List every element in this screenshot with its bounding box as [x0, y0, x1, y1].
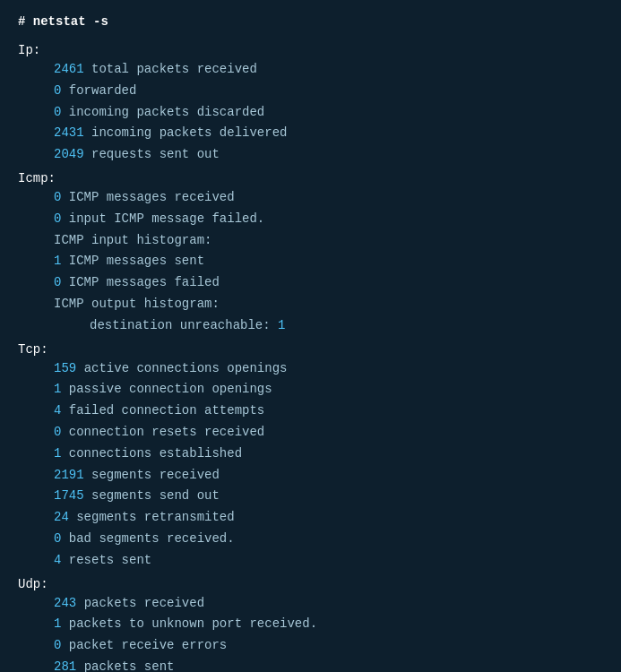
tcp-section-header: Tcp: [18, 342, 603, 357]
command-line: # netstat -s [18, 14, 603, 29]
tcp-stat-9: 0 bad segments received. [18, 529, 603, 550]
icmp-stat-4: 0 ICMP messages failed [18, 272, 603, 294]
icmp-section-header: Icmp: [18, 171, 603, 185]
ip-stat-1-num: 2461 [54, 62, 84, 76]
ip-stat-3-num: 0 [54, 105, 61, 119]
ip-stat-2-num: 0 [54, 83, 61, 98]
ip-stat-3: 0 incoming packets discarded [18, 102, 603, 124]
terminal-output: # netstat -s Ip: 2461 total packets rece… [18, 14, 603, 672]
tcp-stat-10: 4 resets sent [18, 550, 603, 572]
tcp-stat-3: 4 failed connection attempts [18, 401, 603, 422]
ip-stat-2-text: forwarded [69, 83, 137, 98]
udp-stat-2: 1 packets to unknown port received. [18, 614, 603, 635]
icmp-stat-2-text: input ICMP message failed. [69, 211, 264, 226]
udp-stat-3: 0 packet receive errors [18, 635, 603, 657]
tcp-stat-6: 2191 segments received [18, 465, 603, 487]
icmp-output-histogram-header: ICMP output histogram: [18, 294, 603, 315]
ip-stat-1: 2461 total packets received [18, 59, 603, 81]
icmp-stat-2: 0 input ICMP message failed. [18, 209, 603, 230]
ip-stat-5-text: requests sent out [91, 147, 220, 161]
ip-stat-4-num: 2431 [54, 125, 84, 140]
tcp-stat-4: 0 connection resets received [18, 422, 603, 444]
ip-stat-3-text: incoming packets discarded [69, 105, 264, 119]
icmp-stat-1: 0 ICMP messages received [18, 187, 603, 209]
ip-stat-2: 0 forwarded [18, 81, 603, 102]
udp-stat-1: 243 packets received [18, 593, 603, 615]
ip-stat-4-text: incoming packets delivered [91, 125, 287, 140]
icmp-stat-1-num: 0 [54, 190, 61, 204]
udp-section-header: Udp: [18, 577, 603, 591]
icmp-dest-unreachable: destination unreachable: 1 [18, 315, 603, 337]
icmp-input-histogram-header: ICMP input histogram: [18, 230, 603, 252]
ip-section-header: Ip: [18, 43, 603, 57]
ip-stat-1-text: total packets received [91, 62, 257, 76]
tcp-stat-2: 1 passive connection openings [18, 379, 603, 401]
ip-stat-5: 2049 requests sent out [18, 144, 603, 166]
udp-stat-4: 281 packets sent [18, 657, 603, 672]
icmp-dest-num: 1 [278, 318, 285, 332]
icmp-dest-label: destination unreachable: [90, 318, 271, 332]
icmp-stat-3-text: ICMP messages sent [69, 254, 204, 268]
tcp-stat-5: 1 connections established [18, 444, 603, 465]
icmp-stat-4-text: ICMP messages failed [69, 275, 220, 289]
ip-stat-4: 2431 incoming packets delivered [18, 123, 603, 144]
icmp-stat-4-num: 0 [54, 275, 61, 289]
tcp-stat-1: 159 active connections openings [18, 358, 603, 380]
icmp-stat-1-text: ICMP messages received [69, 190, 235, 204]
icmp-stat-3: 1 ICMP messages sent [18, 251, 603, 272]
ip-stat-5-num: 2049 [54, 147, 84, 161]
tcp-stat-7: 1745 segments send out [18, 486, 603, 507]
tcp-stat-8: 24 segments retransmited [18, 507, 603, 529]
icmp-stat-3-num: 1 [54, 254, 61, 268]
icmp-stat-2-num: 0 [54, 211, 61, 226]
